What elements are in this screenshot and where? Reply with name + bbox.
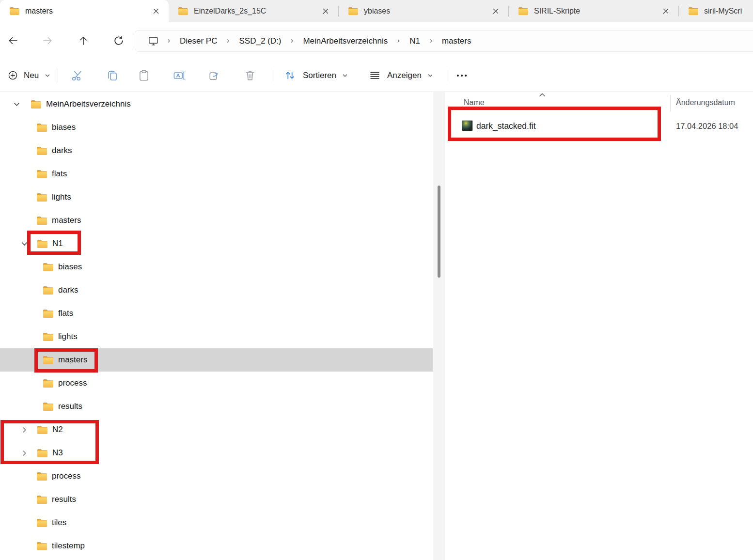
- tree-item-label: N3: [52, 448, 63, 458]
- close-icon: [492, 8, 499, 15]
- tree-item-n1-results[interactable]: results: [0, 395, 433, 418]
- tree-item-n1[interactable]: N1: [0, 232, 433, 255]
- tree-item-n2[interactable]: N2: [0, 418, 433, 441]
- close-icon: [322, 8, 329, 15]
- tab-ybiases[interactable]: ybiases: [339, 0, 508, 22]
- tree-item-label: flats: [52, 169, 67, 179]
- tab-close-button[interactable]: [149, 4, 163, 18]
- tree-item-label: darks: [52, 146, 72, 156]
- folder-icon: [43, 309, 54, 318]
- tab-bar: masters EinzelDarks_2s_15C ybiases SIRIL…: [0, 0, 753, 22]
- tree-item-n3[interactable]: N3: [0, 441, 433, 465]
- column-header-name[interactable]: Name: [464, 98, 485, 107]
- paste-button[interactable]: [137, 68, 151, 83]
- tab-close-button[interactable]: [659, 4, 673, 18]
- folder-icon: [43, 286, 54, 295]
- chevron-right-icon[interactable]: [21, 426, 28, 434]
- tree-item-biases[interactable]: biases: [0, 116, 433, 139]
- tree-item-label: process: [52, 471, 81, 481]
- address-bar[interactable]: Dieser PC SSD_2 (D:) MeinArbeitsverzeich…: [135, 30, 753, 52]
- rename-icon: [173, 69, 186, 82]
- folder-icon: [36, 216, 47, 225]
- refresh-button[interactable]: [113, 35, 125, 47]
- tab-siril-myscripts[interactable]: siril-MyScri: [679, 0, 753, 22]
- toolbar-divider: [58, 68, 58, 83]
- tree-item-flats[interactable]: flats: [0, 162, 433, 186]
- chevron-right-icon: [429, 38, 433, 44]
- folder-icon: [348, 7, 359, 16]
- view-button[interactable]: Anzeigen: [369, 59, 433, 92]
- column-header-modified[interactable]: Änderungsdatum: [676, 98, 735, 107]
- new-button[interactable]: Neu: [8, 59, 50, 92]
- chevron-down-icon: [427, 73, 433, 78]
- tree-item-process[interactable]: process: [0, 465, 433, 488]
- more-options-button[interactable]: [455, 68, 469, 83]
- new-button-label: Neu: [24, 71, 39, 80]
- tree-item-tiles[interactable]: tiles: [0, 511, 433, 534]
- tree-item-label: masters: [52, 216, 81, 225]
- tree-scrollbar-track[interactable]: [433, 92, 445, 560]
- tab-close-button[interactable]: [489, 4, 502, 18]
- folder-tree-pane: MeinArbeitsverzeichnis biases darks flat…: [0, 92, 433, 560]
- sort-button[interactable]: Sortieren: [284, 59, 348, 92]
- breadcrumb-meinarbeitsverzeichnis[interactable]: MeinArbeitsverzeichnis: [302, 34, 389, 48]
- tree-item-n1-process[interactable]: process: [0, 372, 433, 395]
- copy-button[interactable]: [105, 68, 120, 83]
- view-list-icon: [369, 69, 381, 81]
- tree-item-label: biases: [58, 262, 82, 272]
- chevron-down-icon[interactable]: [21, 240, 28, 248]
- tree-item-results[interactable]: results: [0, 488, 433, 511]
- tree-item-n1-masters[interactable]: masters: [0, 348, 433, 372]
- up-button[interactable]: [78, 35, 89, 47]
- breadcrumb-dieser-pc[interactable]: Dieser PC: [179, 34, 218, 48]
- tree-scrollbar-thumb[interactable]: [438, 186, 440, 278]
- tree-item-masters[interactable]: masters: [0, 209, 433, 232]
- column-divider[interactable]: [670, 95, 671, 111]
- breadcrumb-n1[interactable]: N1: [408, 34, 421, 48]
- breadcrumb-ssd2[interactable]: SSD_2 (D:): [238, 34, 282, 48]
- tree-item-n1-darks[interactable]: darks: [0, 279, 433, 302]
- tab-siril-skripte[interactable]: SIRIL-Skripte: [509, 0, 678, 22]
- sort-button-label: Sortieren: [303, 71, 336, 80]
- cut-button[interactable]: [70, 68, 84, 83]
- chevron-down-icon: [45, 73, 50, 78]
- chevron-right-icon: [396, 38, 401, 44]
- command-toolbar: Neu Sortieren Anzeigen: [0, 59, 753, 92]
- back-button[interactable]: [7, 35, 19, 47]
- share-icon: [208, 69, 221, 82]
- tree-item-label: tiles: [52, 518, 66, 528]
- tab-label: siril-MyScri: [704, 7, 742, 16]
- chevron-down-icon[interactable]: [13, 101, 20, 108]
- chevron-down-icon: [342, 73, 348, 78]
- scissors-icon: [71, 69, 83, 82]
- tree-item-label: tilestemp: [52, 541, 85, 551]
- tree-item-meinarbeitsverzeichnis[interactable]: MeinArbeitsverzeichnis: [0, 93, 433, 116]
- folder-icon: [37, 425, 48, 435]
- more-icon: [455, 69, 468, 82]
- chevron-right-icon: [290, 38, 294, 44]
- tree-item-lights[interactable]: lights: [0, 186, 433, 209]
- tree-item-label: N2: [52, 425, 63, 435]
- folder-icon: [31, 100, 42, 109]
- tree-item-tilestemp[interactable]: tilestemp: [0, 534, 433, 558]
- tree-item-n1-biases[interactable]: biases: [0, 255, 433, 279]
- tab-einzeldarks[interactable]: EinzelDarks_2s_15C: [169, 0, 338, 22]
- forward-button[interactable]: [42, 35, 53, 47]
- chevron-right-icon[interactable]: [21, 450, 28, 457]
- breadcrumb-masters[interactable]: masters: [441, 34, 472, 48]
- tree-item-label: N1: [52, 239, 63, 249]
- tree-item-n1-flats[interactable]: flats: [0, 302, 433, 325]
- tree-item-n1-lights[interactable]: lights: [0, 325, 433, 348]
- tab-masters[interactable]: masters: [0, 0, 169, 22]
- folder-icon: [36, 193, 47, 202]
- delete-button[interactable]: [243, 68, 257, 83]
- tree-item-darks[interactable]: darks: [0, 139, 433, 162]
- tree-item-label: process: [58, 378, 87, 388]
- rename-button[interactable]: [172, 68, 187, 83]
- tree-item-label: biases: [52, 123, 76, 132]
- share-button[interactable]: [207, 68, 222, 83]
- folder-icon: [43, 356, 54, 365]
- folder-icon: [36, 472, 47, 481]
- tab-close-button[interactable]: [319, 4, 332, 18]
- tree-item-label: results: [52, 495, 76, 504]
